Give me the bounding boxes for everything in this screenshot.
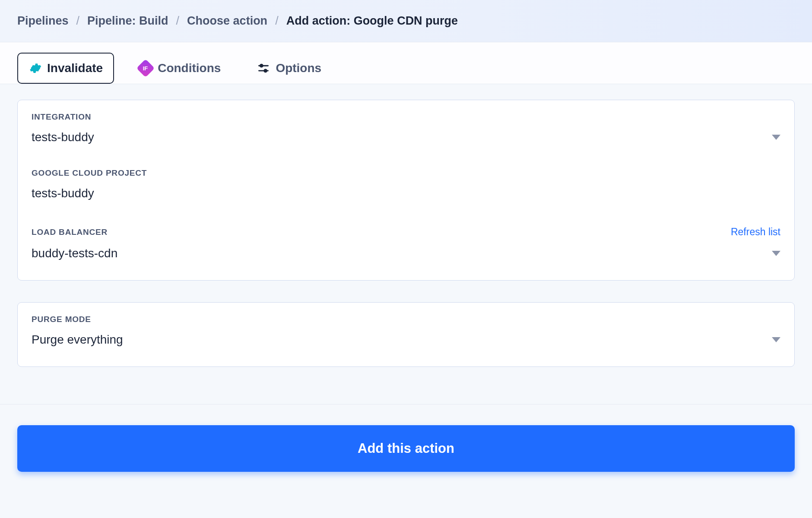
tabs: Invalidate IF Conditions Options bbox=[0, 42, 812, 84]
tab-invalidate[interactable]: Invalidate bbox=[17, 53, 114, 84]
project-label: GOOGLE CLOUD PROJECT bbox=[32, 168, 147, 178]
separator: / bbox=[275, 14, 279, 28]
sliders-icon bbox=[257, 62, 270, 75]
tab-conditions[interactable]: IF Conditions bbox=[128, 53, 232, 84]
tab-options-label: Options bbox=[276, 61, 321, 75]
separator: / bbox=[76, 14, 80, 28]
gear-icon bbox=[29, 62, 41, 75]
breadcrumb-current: Add action: Google CDN purge bbox=[286, 14, 458, 28]
add-action-button[interactable]: Add this action bbox=[17, 425, 795, 472]
content: INTEGRATION tests-buddy GOOGLE CLOUD PRO… bbox=[0, 84, 812, 404]
svg-point-1 bbox=[260, 64, 263, 67]
balancer-label: LOAD BALANCER bbox=[32, 227, 108, 237]
header: Pipelines / Pipeline: Build / Choose act… bbox=[0, 0, 812, 42]
breadcrumb: Pipelines / Pipeline: Build / Choose act… bbox=[17, 14, 795, 28]
purge-card: PURGE MODE Purge everything bbox=[17, 302, 795, 367]
breadcrumb-pipelines[interactable]: Pipelines bbox=[17, 14, 69, 28]
purge-value: Purge everything bbox=[32, 333, 123, 347]
integration-select[interactable]: tests-buddy bbox=[32, 130, 780, 152]
integration-value: tests-buddy bbox=[32, 130, 94, 144]
chevron-down-icon bbox=[772, 337, 780, 342]
balancer-value: buddy-tests-cdn bbox=[32, 246, 117, 260]
chevron-down-icon bbox=[772, 251, 780, 256]
integration-card: INTEGRATION tests-buddy GOOGLE CLOUD PRO… bbox=[17, 100, 795, 281]
tab-conditions-label: Conditions bbox=[158, 61, 221, 75]
tab-options[interactable]: Options bbox=[246, 53, 333, 84]
breadcrumb-choose-action[interactable]: Choose action bbox=[187, 14, 267, 28]
svg-point-3 bbox=[264, 69, 267, 72]
purge-field: PURGE MODE Purge everything bbox=[18, 303, 794, 366]
separator: / bbox=[176, 14, 180, 28]
balancer-field: LOAD BALANCER Refresh list buddy-tests-c… bbox=[18, 214, 794, 280]
project-value: tests-buddy bbox=[32, 186, 780, 210]
refresh-list-link[interactable]: Refresh list bbox=[731, 226, 780, 238]
project-field: GOOGLE CLOUD PROJECT tests-buddy bbox=[18, 156, 794, 214]
integration-label: INTEGRATION bbox=[32, 112, 91, 122]
balancer-select[interactable]: buddy-tests-cdn bbox=[32, 246, 780, 268]
integration-field: INTEGRATION tests-buddy bbox=[18, 100, 794, 156]
purge-label: PURGE MODE bbox=[32, 315, 91, 324]
if-icon: IF bbox=[139, 62, 152, 75]
breadcrumb-pipeline-build[interactable]: Pipeline: Build bbox=[87, 14, 168, 28]
footer: Add this action bbox=[0, 404, 812, 493]
purge-select[interactable]: Purge everything bbox=[32, 333, 780, 354]
tab-invalidate-label: Invalidate bbox=[47, 61, 103, 75]
chevron-down-icon bbox=[772, 135, 780, 140]
